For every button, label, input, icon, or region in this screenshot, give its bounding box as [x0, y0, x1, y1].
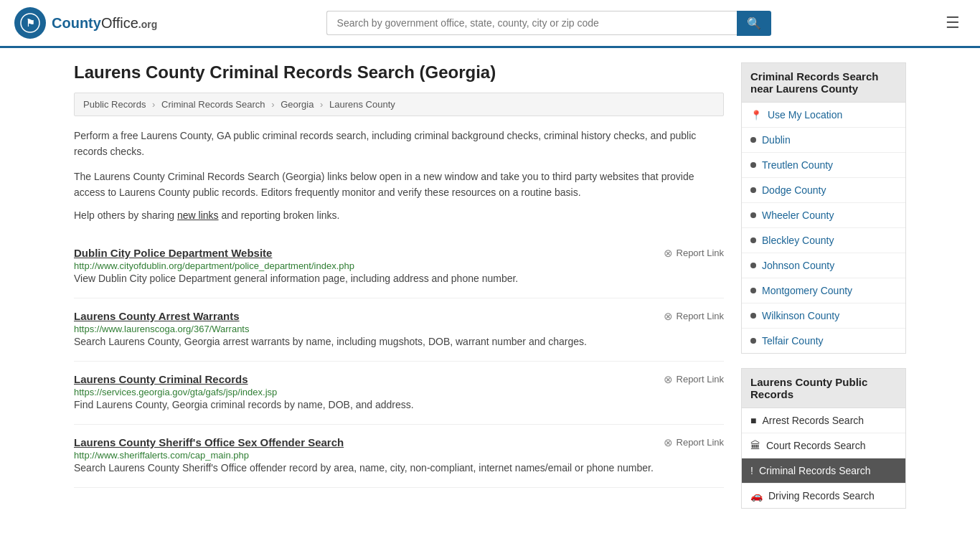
resource-item: Laurens County Sheriff's Office Sex Offe…: [74, 425, 724, 488]
pr-link-1[interactable]: 🏛Court Records Search: [742, 433, 905, 458]
dot-icon: [750, 137, 756, 143]
logo-area: ⚑ CountyOffice.org: [14, 7, 157, 39]
hamburger-button[interactable]: ☰: [940, 11, 966, 35]
report-icon: ⊗: [664, 373, 673, 386]
resource-header: Laurens County Sheriff's Office Sex Offe…: [74, 436, 724, 449]
nearby-link-4[interactable]: Bleckley County: [742, 228, 905, 253]
resource-desc-2: Find Laurens County, Georgia criminal re…: [74, 397, 724, 413]
pr-icon-2: !: [750, 465, 753, 476]
nearby-link-7[interactable]: Wilkinson County: [742, 303, 905, 329]
pr-link-3[interactable]: 🚗Driving Records Search: [742, 484, 905, 508]
breadcrumb-criminal-records[interactable]: Criminal Records Search: [161, 99, 265, 110]
description-1: Perform a free Laurens County, GA public…: [74, 128, 724, 160]
resource-url-0[interactable]: http://www.cityofdublin.org/department/p…: [74, 260, 354, 271]
resources-list: Dublin City Police Department Website ⊗ …: [74, 235, 724, 488]
search-bar: 🔍: [326, 11, 771, 36]
nearby-link-label: Dublin: [762, 134, 791, 146]
report-link-2[interactable]: ⊗ Report Link: [664, 373, 724, 386]
pr-label-1: Court Records Search: [766, 440, 866, 451]
main-container: Laurens County Criminal Records Search (…: [60, 48, 920, 537]
logo-icon: ⚑: [14, 7, 46, 39]
resource-header: Dublin City Police Department Website ⊗ …: [74, 247, 724, 260]
resource-desc-3: Search Laurens County Sheriff's Office o…: [74, 461, 724, 476]
nearby-link-8[interactable]: Telfair County: [742, 329, 905, 353]
resource-url-3[interactable]: http://www.sheriffalerts.com/cap_main.ph…: [74, 450, 249, 461]
nearby-link-label: Wilkinson County: [762, 310, 839, 321]
resource-title-3[interactable]: Laurens County Sheriff's Office Sex Offe…: [74, 436, 344, 448]
report-icon: ⊗: [664, 247, 673, 260]
dot-icon: [750, 187, 756, 193]
resource-url-2[interactable]: https://services.georgia.gov/gta/gafs/js…: [74, 387, 277, 397]
resource-title-0[interactable]: Dublin City Police Department Website: [74, 247, 272, 259]
pr-icon-1: 🏛: [750, 440, 760, 451]
dot-icon: [750, 313, 756, 319]
nearby-link-label: Telfair County: [762, 335, 824, 347]
resource-desc-0: View Dublin City police Department gener…: [74, 271, 724, 286]
breadcrumb: Public Records › Criminal Records Search…: [74, 93, 724, 116]
breadcrumb-sep-3: ›: [320, 99, 323, 110]
dot-icon: [750, 212, 756, 218]
dot-icon: [750, 162, 756, 168]
search-button[interactable]: 🔍: [737, 11, 771, 36]
help-text: Help others by sharing new links and rep…: [74, 209, 724, 221]
nearby-link-1[interactable]: Treutlen County: [742, 153, 905, 178]
public-records-section: Laurens County Public Records ■Arrest Re…: [741, 368, 906, 509]
breadcrumb-public-records[interactable]: Public Records: [83, 99, 146, 110]
pr-icon-0: ■: [750, 415, 756, 426]
dot-icon: [750, 288, 756, 293]
resource-desc-1: Search Laurens County, Georgia arrest wa…: [74, 334, 724, 349]
breadcrumb-georgia[interactable]: Georgia: [281, 99, 314, 110]
nearby-link-5[interactable]: Johnson County: [742, 253, 905, 278]
breadcrumb-sep-2: ›: [271, 99, 274, 110]
use-my-location-link[interactable]: 📍 Use My Location: [742, 103, 905, 128]
nearby-section: Criminal Records Search near Laurens Cou…: [741, 62, 906, 354]
description-2: The Laurens County Criminal Records Sear…: [74, 169, 724, 201]
nearby-link-label: Johnson County: [762, 260, 834, 271]
svg-text:⚑: ⚑: [26, 17, 35, 29]
nearby-link-3[interactable]: Wheeler County: [742, 203, 905, 228]
public-records-links: ■Arrest Records Search🏛Court Records Sea…: [741, 408, 906, 509]
pr-label-3: Driving Records Search: [768, 490, 875, 501]
breadcrumb-sep-1: ›: [152, 99, 155, 110]
pr-link-0[interactable]: ■Arrest Records Search: [742, 408, 905, 433]
dot-icon: [750, 263, 756, 268]
nearby-link-2[interactable]: Dodge County: [742, 178, 905, 203]
pr-icon-3: 🚗: [750, 490, 763, 501]
report-icon: ⊗: [664, 310, 673, 323]
pr-label-0: Arrest Records Search: [762, 415, 864, 426]
content-area: Laurens County Criminal Records Search (…: [74, 62, 724, 523]
report-link-0[interactable]: ⊗ Report Link: [664, 247, 724, 260]
page-title: Laurens County Criminal Records Search (…: [74, 62, 724, 83]
nearby-title: Criminal Records Search near Laurens Cou…: [741, 62, 906, 102]
logo-text: CountyOffice.org: [52, 15, 157, 32]
resource-title-2[interactable]: Laurens County Criminal Records: [74, 373, 248, 385]
pr-label-2: Criminal Records Search: [759, 465, 871, 476]
report-link-1[interactable]: ⊗ Report Link: [664, 310, 724, 323]
pr-link-2[interactable]: !Criminal Records Search: [742, 458, 905, 484]
report-icon: ⊗: [664, 436, 673, 449]
breadcrumb-current: Laurens County: [329, 99, 395, 110]
nearby-link-label: Bleckley County: [762, 235, 834, 246]
sidebar: Criminal Records Search near Laurens Cou…: [741, 62, 906, 523]
dot-icon: [750, 338, 756, 344]
resource-item: Dublin City Police Department Website ⊗ …: [74, 235, 724, 298]
resource-header: Laurens County Criminal Records ⊗ Report…: [74, 373, 724, 386]
nearby-link-label: Montgomery County: [762, 285, 852, 296]
resource-url-1[interactable]: https://www.laurenscoga.org/367/Warrants: [74, 324, 249, 334]
resource-header: Laurens County Arrest Warrants ⊗ Report …: [74, 310, 724, 323]
hamburger-icon: ☰: [946, 14, 960, 32]
nearby-link-label: Treutlen County: [762, 159, 833, 171]
nearby-link-label: Wheeler County: [762, 209, 834, 221]
report-label: Report Link: [677, 374, 724, 385]
resource-title-1[interactable]: Laurens County Arrest Warrants: [74, 310, 240, 322]
dot-icon: [750, 237, 756, 243]
resource-item: Laurens County Arrest Warrants ⊗ Report …: [74, 298, 724, 362]
location-icon: 📍: [750, 110, 762, 121]
nearby-link-6[interactable]: Montgomery County: [742, 278, 905, 303]
nearby-link-0[interactable]: Dublin: [742, 128, 905, 153]
report-label: Report Link: [677, 248, 724, 258]
report-link-3[interactable]: ⊗ Report Link: [664, 436, 724, 449]
search-input[interactable]: [326, 11, 737, 35]
nearby-link-label: Dodge County: [762, 184, 826, 196]
new-links-link[interactable]: new links: [177, 209, 219, 221]
